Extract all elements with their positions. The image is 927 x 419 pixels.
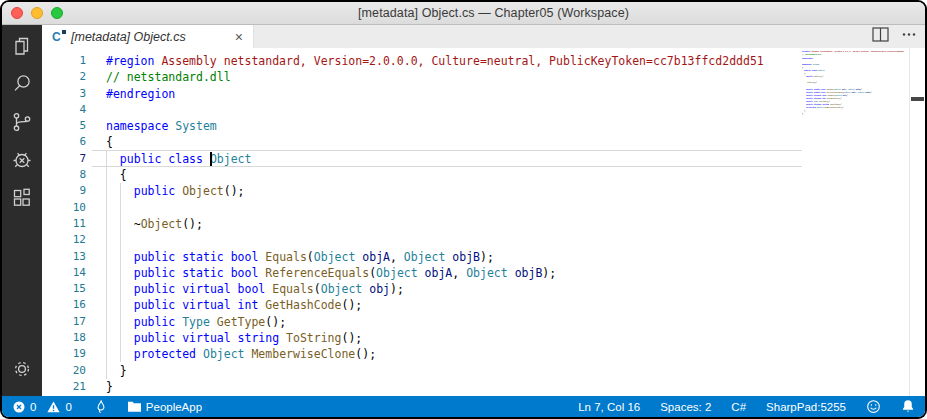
code-line[interactable]: 6{ <box>42 134 925 150</box>
code-line[interactable]: 19 protected Object MemberwiseClone(); <box>42 346 925 362</box>
editor-group: C [metadata] Object.cs × 1#region <box>42 25 925 396</box>
titlebar: [metadata] Object.cs — Chapter05 (Worksp… <box>2 2 925 25</box>
code-line[interactable]: 13 public static bool Equals(Object objA… <box>42 249 925 265</box>
editor-actions <box>872 25 917 48</box>
minimap[interactable]: #region Assembly netstandard, Version=2.… <box>802 50 912 394</box>
tab-metadata-object-cs[interactable]: C [metadata] Object.cs × <box>42 25 254 48</box>
cursor-position[interactable]: Ln 7, Col 16 <box>578 401 640 413</box>
traffic-lights <box>11 2 63 24</box>
minimize-window-button[interactable] <box>31 7 43 19</box>
folder-icon <box>127 400 142 413</box>
code-line[interactable]: 1#region Assembly netstandard, Version=2… <box>42 53 925 69</box>
sidebar-item-source-control[interactable] <box>2 105 42 143</box>
error-count: 0 <box>30 401 36 413</box>
workspace-project[interactable]: PeopleApp <box>127 400 202 413</box>
tab-bar: C [metadata] Object.cs × <box>42 25 925 48</box>
debug-icon <box>10 148 34 176</box>
sharppad-port[interactable]: SharpPad:5255 <box>766 401 846 413</box>
status-bar: 0 0 PeopleApp Ln 7, Col 16 Spaces: 2 C# … <box>2 396 925 417</box>
project-name: PeopleApp <box>146 401 202 413</box>
code-line[interactable]: 5namespace System <box>42 118 925 134</box>
explorer-icon <box>10 34 34 62</box>
notifications-bell-icon[interactable] <box>901 399 915 414</box>
split-editor-icon[interactable] <box>872 27 889 46</box>
search-icon <box>10 72 34 100</box>
sidebar-item-debug[interactable] <box>2 143 42 181</box>
status-bar-right: Ln 7, Col 16 Spaces: 2 C# SharpPad:5255 <box>578 399 915 414</box>
code-line[interactable]: 3#endregion <box>42 86 925 102</box>
vscode-window: [metadata] Object.cs — Chapter05 (Worksp… <box>2 2 925 417</box>
tab-close-icon[interactable]: × <box>233 30 245 44</box>
code-editor[interactable]: 1#region Assembly netstandard, Version=2… <box>42 48 925 396</box>
text-cursor <box>210 152 212 166</box>
activity-bar <box>2 25 42 396</box>
zoom-window-button[interactable] <box>51 7 63 19</box>
flame-icon <box>94 399 107 414</box>
tab-label: [metadata] Object.cs <box>71 30 227 44</box>
sidebar-item-search[interactable] <box>2 67 42 105</box>
more-actions-icon[interactable] <box>901 27 917 46</box>
code-line[interactable]: 14 public static bool ReferenceEquals(Ob… <box>42 265 925 281</box>
csharp-file-icon: C <box>52 30 65 44</box>
code-line[interactable]: 17 public Type GetType(); <box>42 314 925 330</box>
omnisharp-flame[interactable] <box>94 399 107 414</box>
code-line[interactable]: 2// netstandard.dll <box>42 69 925 85</box>
code-line[interactable]: 20 } <box>42 363 925 379</box>
window-title: [metadata] Object.cs — Chapter05 (Worksp… <box>298 6 629 20</box>
sidebar-item-explorer[interactable] <box>2 29 42 67</box>
sidebar-item-extensions[interactable] <box>2 181 42 219</box>
window-frame: [metadata] Object.cs — Chapter05 (Worksp… <box>0 0 927 419</box>
extensions-icon <box>10 186 34 214</box>
code-line[interactable]: 15 public virtual bool Equals(Object obj… <box>42 281 925 297</box>
minimap-content: #region Assembly netstandard, Version=2.… <box>802 50 912 115</box>
overview-ruler-cursor-mark <box>911 97 924 101</box>
code-lines: 1#region Assembly netstandard, Version=2… <box>42 53 925 395</box>
language-mode[interactable]: C# <box>731 401 746 413</box>
main-area: C [metadata] Object.cs × 1#region <box>2 25 925 396</box>
gear-icon <box>10 357 34 385</box>
code-line[interactable]: 11 ~Object(); <box>42 216 925 232</box>
code-line[interactable]: 12 <box>42 232 925 248</box>
indentation-setting[interactable]: Spaces: 2 <box>660 401 711 413</box>
feedback-smiley-icon[interactable] <box>866 399 881 414</box>
code-line[interactable]: 7 public class Object <box>42 151 925 167</box>
warning-icon <box>46 400 61 414</box>
warning-count: 0 <box>65 401 71 413</box>
code-line[interactable]: 8 { <box>42 167 925 183</box>
code-line[interactable]: 4 <box>42 102 925 118</box>
problems-indicator[interactable]: 0 0 <box>12 400 72 414</box>
settings-button[interactable] <box>2 352 42 390</box>
editor-scrollbar[interactable] <box>909 48 925 396</box>
close-window-button[interactable] <box>11 7 23 19</box>
error-icon <box>12 400 26 414</box>
code-line[interactable]: 18 public virtual string ToString(); <box>42 330 925 346</box>
source-control-icon <box>10 110 34 138</box>
code-line[interactable]: 21} <box>42 379 925 395</box>
code-line[interactable]: 9 public Object(); <box>42 183 925 199</box>
code-line[interactable]: 16 public virtual int GetHashCode(); <box>42 297 925 313</box>
code-line[interactable]: 10 <box>42 200 925 216</box>
